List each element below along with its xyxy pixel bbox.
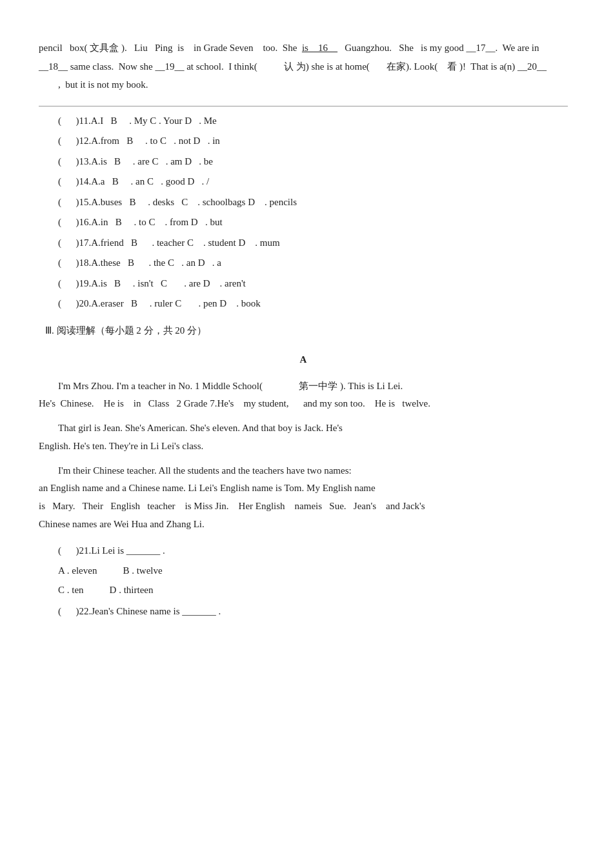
q21-paren: ( [58, 543, 76, 560]
choice-row-18: ( )18.A.these B . the C . an D . a [58, 255, 568, 272]
choice-content-12: )12.A.from B . to C . not D . in [76, 133, 220, 150]
choice-paren-13: ( [58, 154, 76, 170]
choice-paren-11: ( [58, 113, 76, 130]
q21-choice-a: A . eleven [58, 563, 97, 580]
choice-content-20: )20.A.eraser B . ruler C . pen D . book [76, 296, 261, 312]
choice-content-17: )17.A.friend B . teacher C . student D .… [76, 235, 280, 252]
choice-row-12: ( )12.A.from B . to C . not D . in [58, 133, 568, 150]
passage-p3: I'm their Chinese teacher. All the stude… [39, 462, 568, 534]
choice-content-13: )13.A.is B . are C . am D . be [76, 154, 213, 170]
choice-paren-20: ( [58, 296, 76, 312]
choice-content-14: )14.A.a B . an C . good D . / [76, 174, 210, 190]
choice-paren-16: ( [58, 214, 76, 231]
question-21: ( )21.Li Lei is _______ . [58, 543, 568, 560]
q21-text: )21.Li Lei is _______ . [76, 543, 165, 560]
intro-text: pencil box( 文具盒 ). Liu Ping is in Grade … [39, 39, 568, 94]
choice-row-14: ( )14.A.a B . an C . good D . / [58, 174, 568, 190]
choice-content-11: )11.A.I B . My C . Your D . Me [76, 113, 431, 130]
page-content: pencil box( 文具盒 ). Liu Ping is in Grade … [39, 39, 568, 620]
choice-content-18: )18.A.these B . the C . an D . a [76, 255, 221, 272]
choice-content-19: )19.A.is B . isn't C . are D . aren't [76, 276, 246, 292]
choice-row-11: ( )11.A.I B . My C . Your D . Me [58, 113, 568, 130]
choice-row-15: ( )15.A.buses B . desks C . schoolbags D… [58, 194, 568, 211]
q21-ab-row: A . eleven B . twelve [58, 563, 568, 580]
choice-paren-18: ( [58, 255, 76, 272]
reading-passage: I'm Mrs Zhou. I'm a teacher in No. 1 Mid… [39, 378, 568, 534]
q22-paren: ( [58, 603, 76, 620]
choice-row-17: ( )17.A.friend B . teacher C . student D… [58, 235, 568, 252]
q21-choice-d: D . thirteen [110, 582, 154, 599]
choice-paren-14: ( [58, 174, 76, 190]
choice-row-13: ( )13.A.is B . are C . am D . be [58, 154, 568, 170]
passage-p1: I'm Mrs Zhou. I'm a teacher in No. 1 Mid… [39, 378, 568, 414]
passage-p2: That girl is Jean. She's American. She's… [39, 419, 568, 456]
q21-cd-row: C . ten D . thirteen [58, 582, 568, 599]
choice-paren-12: ( [58, 133, 76, 150]
choice-content-16: )16.A.in B . to C . from D . but [76, 214, 223, 231]
q22-text: )22.Jean's Chinese name is _______ . [76, 603, 221, 620]
choice-row-20: ( )20.A.eraser B . ruler C . pen D . boo… [58, 296, 568, 312]
q21-choice-b: B . twelve [123, 563, 162, 580]
choice-paren-19: ( [58, 276, 76, 292]
choice-paren-15: ( [58, 194, 76, 211]
choice-content-15: )15.A.buses B . desks C . schoolbags D .… [76, 194, 297, 211]
q21-choices: A . eleven B . twelve C . ten D . thirte… [58, 563, 568, 598]
section-a-title: A [39, 352, 568, 368]
question-22: ( )22.Jean's Chinese name is _______ . [58, 603, 568, 620]
q21-choice-c: C . ten [58, 582, 84, 599]
choice-row-19: ( )19.A.is B . isn't C . are D . aren't [58, 276, 568, 292]
multiple-choice-section: ( )11.A.I B . My C . Your D . Me ( )12.A… [58, 113, 568, 312]
choice-paren-17: ( [58, 235, 76, 252]
choice-row-16: ( )16.A.in B . to C . from D . but [58, 214, 568, 231]
section-iii-header: Ⅲ. 阅读理解（每小题 2 分，共 20 分） [45, 323, 568, 339]
divider-1 [39, 106, 568, 106]
